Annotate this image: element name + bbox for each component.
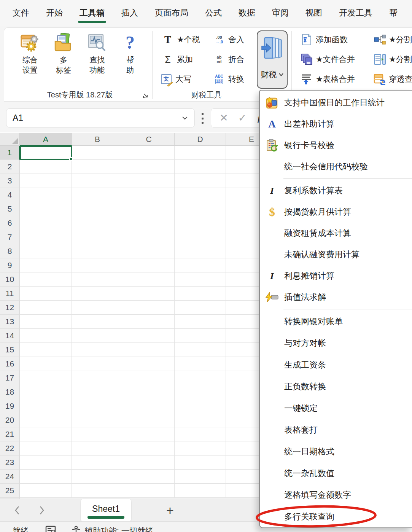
- fill-handle[interactable]: [69, 157, 73, 161]
- row-header-9[interactable]: 9: [0, 258, 20, 272]
- row-header-7[interactable]: 7: [0, 230, 20, 244]
- row-header-25[interactable]: 25: [0, 484, 20, 498]
- tab-developer[interactable]: 开发工具: [339, 7, 372, 19]
- row-header-8[interactable]: 8: [0, 244, 20, 258]
- menu-item-travel-allowance[interactable]: A 出差补助计算: [260, 113, 412, 135]
- row-header-3[interactable]: 3: [0, 174, 20, 188]
- row-header-15[interactable]: 15: [0, 343, 20, 357]
- select-all-corner[interactable]: [0, 133, 20, 146]
- column-header-B[interactable]: B: [72, 133, 123, 146]
- cancel-icon[interactable]: ✕: [220, 112, 228, 124]
- column-header-D[interactable]: D: [175, 133, 226, 146]
- italic-I-icon: I: [260, 271, 284, 281]
- menu-item-unconfirmed-financing-fee[interactable]: 未确认融资费用计算: [260, 244, 412, 265]
- add-sheet-button[interactable]: +: [162, 502, 178, 519]
- settings-gears-icon: [20, 32, 40, 53]
- column-header-A[interactable]: A: [20, 133, 72, 146]
- row-header-17[interactable]: 17: [0, 371, 20, 385]
- row-header-21[interactable]: 21: [0, 427, 20, 441]
- row-header-11[interactable]: 11: [0, 287, 20, 301]
- macro-record-icon[interactable]: [45, 526, 56, 532]
- menu-item-interpolation-solve[interactable]: 插值法求解: [260, 287, 412, 308]
- row-header-24[interactable]: 24: [0, 470, 20, 484]
- tab-home[interactable]: 开始: [46, 7, 63, 19]
- group-divider: [291, 31, 292, 99]
- dialog-launcher-icon[interactable]: [142, 92, 149, 99]
- menu-item-fill-amount-digits[interactable]: 逐格填写金额数字: [260, 484, 412, 506]
- menu-item-compound-interest[interactable]: I 复利系数计算表: [260, 180, 412, 201]
- button-multi-tabs[interactable]: 多标签: [48, 32, 79, 75]
- menu-item-reconcile[interactable]: 与对方对帐: [260, 332, 412, 354]
- tab-review[interactable]: 审阅: [272, 7, 289, 19]
- function-page-icon: [301, 33, 313, 46]
- prev-sheet-icon[interactable]: [11, 504, 23, 516]
- menu-item-form-overlay-print[interactable]: 表格套打: [260, 419, 412, 441]
- menu-item-one-key-lock[interactable]: 一键锁定: [260, 397, 412, 419]
- name-box-chevron-icon[interactable]: [181, 116, 188, 120]
- caishui-dropdown-button[interactable]: 财税: [257, 30, 288, 89]
- column-header-C[interactable]: C: [123, 133, 175, 146]
- accessibility-icon[interactable]: [71, 526, 81, 532]
- button-rounding[interactable]: .00→.0 舍入: [213, 32, 244, 47]
- menu-item-convert-bank-statement[interactable]: 转换网银对账单: [260, 311, 412, 332]
- menu-item-mortgage-payment[interactable]: $ 按揭贷款月供计算: [260, 201, 412, 223]
- menu-item-generate-payslip[interactable]: 生成工资条: [260, 354, 412, 376]
- tab-view[interactable]: 视图: [305, 7, 322, 19]
- menu-item-multirow-linked-query[interactable]: 多行关联查询: [260, 506, 412, 527]
- tab-file[interactable]: 文件: [13, 7, 29, 19]
- tab-insert[interactable]: 插入: [121, 7, 138, 19]
- row-header-1[interactable]: 1: [0, 146, 20, 160]
- button-split-2[interactable]: ★分割: [374, 52, 412, 67]
- menu-item-lease-cost[interactable]: 融资租赁成本计算: [260, 223, 412, 244]
- button-uppercase[interactable]: 文 大写: [160, 72, 191, 87]
- button-table-merge[interactable]: ★表格合并: [301, 72, 355, 87]
- abcd-icon: abcd: [213, 53, 225, 65]
- row-header-18[interactable]: 18: [0, 385, 20, 399]
- sheet-tab-sheet1[interactable]: Sheet1: [81, 499, 131, 522]
- row-header-16[interactable]: 16: [0, 357, 20, 371]
- menu-item-bankcard-check[interactable]: 银行卡号校验: [260, 135, 412, 156]
- accessibility-status: 辅助功能: 一切就绪: [85, 526, 153, 532]
- row-header-22[interactable]: 22: [0, 441, 20, 456]
- row-header-12[interactable]: 12: [0, 301, 20, 315]
- tab-formulas[interactable]: 公式: [205, 7, 222, 19]
- tab-help[interactable]: 帮: [389, 7, 398, 19]
- row-header-19[interactable]: 19: [0, 399, 20, 413]
- menu-item-sign-convert[interactable]: 正负数转换: [260, 376, 412, 397]
- tab-toolbox[interactable]: 工具箱: [80, 7, 105, 19]
- button-add-function[interactable]: 添加函数: [301, 32, 348, 47]
- row-header-6[interactable]: 6: [0, 216, 20, 230]
- row-header-13[interactable]: 13: [0, 315, 20, 329]
- row-header-14[interactable]: 14: [0, 329, 20, 343]
- round-00-icon: .00→.0: [213, 33, 225, 46]
- row-header-5[interactable]: 5: [0, 202, 20, 216]
- split-nodes-icon: [374, 33, 386, 46]
- row-header-2[interactable]: 2: [0, 160, 20, 174]
- button-general-settings[interactable]: 综合设置: [14, 32, 46, 75]
- formula-bar-grip-icon[interactable]: [202, 113, 204, 124]
- button-pierce-query[interactable]: 穿透查: [374, 72, 412, 87]
- next-sheet-icon[interactable]: [36, 504, 48, 516]
- tab-page-layout[interactable]: 页面布局: [155, 7, 188, 19]
- enter-icon[interactable]: ✓: [238, 112, 247, 124]
- button-accumulate[interactable]: Σ 累加: [162, 52, 193, 67]
- button-find-feature[interactable]: 查找功能: [81, 32, 113, 75]
- row-header-20[interactable]: 20: [0, 413, 20, 427]
- menu-item-workday-stats[interactable]: 支持中国假日的工作日统计: [260, 92, 412, 113]
- button-split-1[interactable]: ★分割: [374, 32, 412, 47]
- menu-item-unify-date-format[interactable]: 统一日期格式: [260, 441, 412, 462]
- button-convert-numbers[interactable]: ABC123 转换: [213, 72, 244, 87]
- button-help[interactable]: ? 帮助: [116, 32, 144, 75]
- button-personal-tax[interactable]: T ★个税: [162, 32, 200, 47]
- name-box[interactable]: A1: [6, 108, 195, 127]
- button-file-merge[interactable]: ★文件合并: [301, 52, 355, 67]
- row-header-10[interactable]: 10: [0, 272, 20, 287]
- menu-item-interest-amortization[interactable]: I 利息摊销计算: [260, 265, 412, 287]
- selected-cell-A1[interactable]: [20, 146, 72, 160]
- button-convert-currency[interactable]: abcd 折合: [213, 52, 244, 67]
- tab-data[interactable]: 数据: [239, 7, 255, 19]
- menu-item-unify-messy-values[interactable]: 统一杂乱数值: [260, 462, 412, 484]
- row-header-23[interactable]: 23: [0, 456, 20, 470]
- row-header-4[interactable]: 4: [0, 188, 20, 202]
- menu-item-credit-code-check[interactable]: 统一社会信用代码校验: [260, 156, 412, 177]
